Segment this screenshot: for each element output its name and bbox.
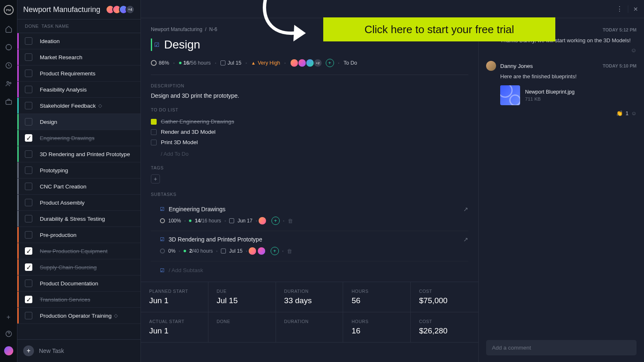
task-row[interactable]: Prototyping — [17, 162, 140, 179]
delete-icon[interactable]: 🗑 — [287, 248, 292, 254]
task-row[interactable]: CNC Part Creation — [17, 179, 140, 195]
task-row[interactable]: Product Requirements — [17, 65, 140, 82]
task-checkbox[interactable] — [25, 118, 32, 125]
todo-checkbox[interactable] — [151, 119, 157, 125]
open-subtask-icon[interactable]: ↗ — [463, 206, 468, 212]
more-icon[interactable]: ⋮ — [616, 5, 623, 13]
close-icon[interactable]: ✕ — [633, 6, 638, 12]
comment-avatar — [486, 61, 496, 71]
task-row[interactable]: Durability & Stress Testing — [17, 211, 140, 227]
subtask-icon: ☑ — [160, 237, 165, 242]
user-avatar[interactable] — [4, 346, 13, 355]
todo-checkbox[interactable] — [151, 129, 157, 135]
task-row[interactable]: Feasibility Analysis — [17, 82, 140, 98]
subtask-icon: ☑ — [160, 268, 165, 273]
task-row[interactable]: 3D Rendering and Printed Prototype — [17, 146, 140, 162]
add-subtask[interactable]: ☑ / Add Subtask — [151, 261, 468, 273]
stats-grid: PLANNED STARTJun 1 DUEJul 15 DURATION33 … — [141, 282, 478, 343]
add-todo[interactable]: / Add To Do — [151, 147, 468, 157]
task-row[interactable]: Ideation — [17, 33, 140, 49]
task-checkbox[interactable] — [25, 167, 32, 174]
task-row[interactable]: Design — [17, 114, 140, 130]
task-checkbox[interactable]: ✓ — [25, 296, 32, 303]
attachment[interactable]: Newport Blueprint.jpg 711 KB — [500, 85, 637, 105]
task-row[interactable]: Pre-production — [17, 227, 140, 243]
comment-input[interactable]: Add a comment — [486, 340, 637, 355]
clock-icon[interactable] — [5, 61, 13, 70]
help-icon[interactable] — [5, 330, 13, 338]
progress-ring-icon — [151, 60, 157, 66]
todo-text: Gather Engineering Drawings — [161, 118, 234, 125]
task-checkbox[interactable] — [25, 150, 32, 158]
task-row[interactable]: Product Documentation — [17, 275, 140, 292]
todo-label: TO DO LIST — [151, 107, 468, 112]
todo-item[interactable]: Gather Engineering Drawings — [151, 116, 468, 127]
attachment-thumb-icon — [500, 85, 520, 105]
task-checkbox[interactable]: ✓ — [25, 134, 32, 142]
member-avatars[interactable]: +4 — [106, 5, 135, 14]
priority[interactable]: ▲Very High — [251, 60, 280, 66]
task-checkbox[interactable] — [25, 183, 32, 190]
task-name-label: Durability & Stress Testing — [40, 216, 105, 222]
task-checkbox[interactable] — [25, 231, 32, 239]
add-assignee-icon[interactable]: + — [271, 247, 279, 255]
new-task-button[interactable]: + New Task — [17, 339, 140, 362]
todo-text: Print 3D Model — [161, 139, 198, 145]
progress-ring-icon — [160, 249, 165, 253]
add-reaction-icon[interactable]: ☺ — [631, 47, 637, 53]
subtask-item: ☑ 3D Rendering and Printed Prototype ↗ 0… — [151, 231, 468, 261]
open-subtask-icon[interactable]: ↗ — [463, 236, 468, 243]
task-sidebar: Newport Manufacturing +4 DONE TASK NAME … — [17, 0, 141, 362]
subtask-name[interactable]: Engineering Drawings — [169, 206, 459, 212]
task-checkbox[interactable] — [25, 215, 32, 222]
todo-item[interactable]: Print 3D Model — [151, 137, 468, 147]
task-checkbox[interactable] — [25, 86, 32, 93]
task-checkbox[interactable] — [25, 280, 32, 287]
tags-label: TAGS — [151, 165, 468, 170]
task-checkbox[interactable]: ✓ — [25, 263, 32, 271]
task-checkbox[interactable] — [25, 53, 32, 61]
plus-icon: + — [23, 345, 34, 356]
activity-icon[interactable] — [5, 43, 13, 51]
status-chip[interactable]: To Do — [344, 60, 357, 66]
due-date[interactable]: Jul 15 — [220, 60, 241, 66]
add-assignee-icon[interactable]: + — [271, 217, 280, 225]
assignees[interactable]: +2 + — [290, 59, 334, 67]
subtask-name[interactable]: 3D Rendering and Printed Prototype — [169, 236, 459, 243]
task-list: Ideation Market Research Product Require… — [17, 33, 140, 339]
task-row[interactable]: ✓ Supply Chain Sourcing — [17, 259, 140, 275]
add-reaction-icon[interactable]: ☺ — [631, 110, 637, 116]
task-row[interactable]: Production Operator Training ◇ — [17, 308, 140, 324]
trial-banner[interactable]: Click here to start your free trial — [323, 17, 555, 41]
task-row[interactable]: ✓ New Production Equipment — [17, 243, 140, 259]
delete-icon[interactable]: 🗑 — [288, 218, 293, 224]
add-tag-button[interactable]: + — [151, 174, 160, 183]
task-row[interactable]: Market Research — [17, 49, 140, 65]
task-checkbox[interactable] — [25, 70, 32, 77]
task-checkbox[interactable]: ✓ — [25, 247, 32, 255]
task-name-label: New Production Equipment — [40, 248, 108, 254]
app-logo-icon[interactable]: PM — [4, 5, 14, 15]
home-icon[interactable] — [5, 25, 13, 33]
todo-checkbox[interactable] — [151, 140, 157, 145]
briefcase-icon[interactable] — [5, 98, 13, 106]
task-name-label: Translation Services — [40, 297, 90, 303]
task-name-label: Product Requirements — [40, 70, 95, 77]
task-row[interactable]: Product Assembly — [17, 195, 140, 211]
col-name-header: TASK NAME — [41, 24, 69, 29]
todo-item[interactable]: Render and 3D Model — [151, 127, 468, 137]
add-assignee-icon[interactable]: + — [326, 59, 334, 67]
task-row[interactable]: ✓ Translation Services — [17, 292, 140, 308]
add-icon[interactable]: + — [5, 313, 13, 321]
comments-panel: TODAY 5:12 PM Thanks Danny, we will star… — [478, 18, 644, 362]
team-icon[interactable] — [5, 80, 13, 88]
task-checkbox[interactable] — [25, 312, 32, 319]
task-name-label: Engineering Drawings — [40, 135, 94, 141]
task-row[interactable]: Stakeholder Feedback ◇ — [17, 98, 140, 114]
reaction-emoji-icon[interactable]: 👏 — [616, 110, 623, 116]
task-checkbox[interactable] — [25, 199, 32, 206]
task-checkbox[interactable] — [25, 37, 32, 45]
svg-point-2 — [7, 82, 9, 84]
task-row[interactable]: ✓ Engineering Drawings — [17, 130, 140, 146]
task-checkbox[interactable] — [25, 102, 32, 109]
